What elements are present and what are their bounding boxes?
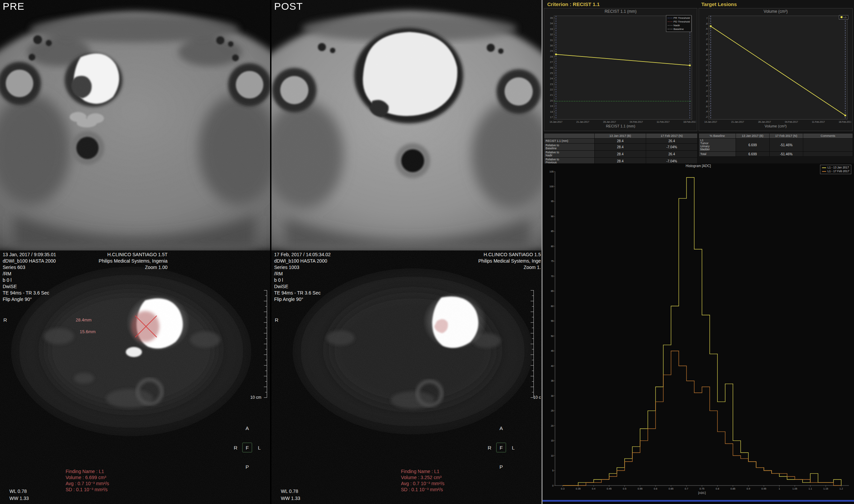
- svg-text:70: 70: [551, 275, 554, 278]
- svg-text:.8: .8: [705, 74, 708, 77]
- svg-text:04-Feb-2017: 04-Feb-2017: [785, 121, 798, 123]
- followup-value: -7.04%: [646, 158, 698, 164]
- finding-annotation[interactable]: Finding Name : L1 Volume : 6.699 cm³ Avg…: [66, 468, 109, 492]
- post-t2-viewport[interactable]: POST: [271, 0, 541, 251]
- baseline-value: 28.4: [595, 144, 646, 151]
- svg-text:24: 24: [550, 77, 553, 80]
- compass-left: L: [258, 445, 261, 451]
- followup-value: 26.4: [646, 151, 698, 158]
- histogram-title: Histogram [ADC]: [542, 164, 854, 168]
- svg-text:.2: .2: [705, 89, 708, 92]
- svg-text:35: 35: [550, 17, 553, 19]
- header-cell: Comments: [803, 133, 853, 139]
- svg-text:31: 31: [550, 39, 553, 42]
- svg-text:14-Jan-2017: 14-Jan-2017: [704, 121, 717, 123]
- bvalue-label: b 0 l: [3, 277, 56, 284]
- measurement-label-short[interactable]: 15.6mm: [80, 329, 95, 334]
- svg-text:1.05: 1.05: [793, 487, 798, 490]
- svg-text:0.8: 0.8: [716, 487, 719, 490]
- finding-name: Finding Name : L1: [66, 468, 109, 474]
- institution-name: H.CLINICO SANTIAGO 1.5T: [99, 252, 167, 258]
- svg-text:32: 32: [550, 33, 553, 36]
- row-label: Relative to Previous: [544, 158, 595, 164]
- followup-value: -51.46%: [769, 139, 803, 151]
- svg-text:1.2: 1.2: [839, 487, 843, 490]
- measurement-label-long[interactable]: 28.4mm: [76, 318, 91, 322]
- window-width-label: WW 1.33: [10, 496, 29, 501]
- baseline-value: 6.699: [736, 151, 769, 157]
- series-number: Series 1003: [274, 264, 331, 271]
- post-label: POST: [274, 1, 303, 12]
- scanner-name: Philips Medical Systems, Inge: [478, 258, 541, 264]
- compass-anterior: A: [246, 425, 249, 431]
- criterion-title: Criterion : RECIST 1.1: [547, 1, 600, 7]
- table-row[interactable]: Total 6.699 -51.46%: [699, 151, 853, 157]
- series-info-block: 17 Feb, 2017 / 14:05:34.02 dDWI_b100 HAS…: [274, 252, 331, 303]
- comments-cell[interactable]: [803, 151, 853, 157]
- comments-cell[interactable]: [803, 139, 853, 151]
- dwi-pre-viewport[interactable]: 13 Jan, 2017 / 9:09:35.01 dDWI_b100 HAST…: [0, 251, 270, 504]
- target-lesions-table: % Baseline 13 Jan 2017 (B) 17 Feb 2017 (…: [699, 133, 853, 157]
- finding-annotation[interactable]: Finding Name : L1 Volume : 3.252 cm³ Avg…: [401, 468, 444, 492]
- svg-text:28-Jan-2017: 28-Jan-2017: [758, 121, 771, 123]
- svg-text:0: 0: [552, 484, 554, 487]
- svg-text:18-Feb-2017: 18-Feb-2017: [839, 121, 851, 123]
- finding-avg-adc: Avg : 0.7 10⁻³ mm²/s: [401, 481, 444, 487]
- compass-left: L: [512, 445, 515, 451]
- feb-series-swatch: [822, 171, 826, 172]
- baseline-value: 28.4: [595, 151, 646, 158]
- table-row[interactable]: RECIST 1.1 (mm) 28.4 26.4: [544, 139, 698, 144]
- legend-label: L1: [843, 16, 847, 19]
- compass-posterior: P: [499, 464, 503, 470]
- svg-text:28: 28: [550, 55, 553, 58]
- svg-text:15: 15: [551, 439, 554, 442]
- table-row[interactable]: L1 Tumor Urinary bladder 6.699 -51.46%: [699, 139, 853, 151]
- svg-text:35: 35: [551, 379, 554, 382]
- svg-text:0.95: 0.95: [762, 487, 767, 490]
- svg-text:.4: .4: [705, 84, 708, 87]
- legend-label: L1 - 13 Jan 2017: [828, 166, 849, 169]
- post-mri-image: [271, 0, 541, 251]
- baseline-value: 28.4: [595, 139, 646, 144]
- table-row[interactable]: Relative to Nadir 28.4 26.4: [544, 151, 698, 158]
- recist-analysis-panel: Criterion : RECIST 1.1 Target Lesions RE…: [542, 0, 854, 163]
- pre-t2-viewport[interactable]: PRE: [0, 0, 270, 251]
- svg-text:.6: .6: [705, 105, 708, 108]
- bvalue-label: b 0 l: [274, 277, 331, 284]
- svg-text:.4: .4: [705, 110, 708, 113]
- svg-text:17: 17: [550, 116, 553, 119]
- svg-text:1: 1: [779, 487, 780, 490]
- table-row[interactable]: Relative to Previous 28.4 -7.04%: [544, 158, 698, 164]
- svg-text:25: 25: [550, 72, 553, 75]
- volume-plot: 7.8.6.4.26.8.6.4.25.8.6.4.24.8.6.4.214-J…: [700, 14, 851, 125]
- svg-text:30: 30: [551, 394, 554, 397]
- svg-text:100: 100: [549, 185, 554, 188]
- svg-text:0.75: 0.75: [700, 487, 705, 490]
- recist-chart[interactable]: RECIST 1.1 (mm) 171819202122232425262728…: [544, 8, 697, 131]
- pre-label: PRE: [3, 1, 24, 12]
- svg-text:.2: .2: [705, 115, 708, 118]
- svg-text:28-Jan-2017: 28-Jan-2017: [603, 121, 616, 123]
- volume-chart[interactable]: Volume (cm³) 7.8.6.4.26.8.6.4.25.8.6.4.2…: [699, 8, 853, 131]
- adc-histogram-panel[interactable]: Histogram [ADC] L1 - 13 Jan 2017 L1 - 17…: [542, 163, 854, 504]
- svg-text:19: 19: [550, 105, 553, 108]
- horizontal-scrollbar[interactable]: [542, 500, 854, 502]
- svg-text:50: 50: [551, 335, 554, 338]
- table-header-row: 13 Jan 2017 (B) 17 Feb 2017 (N): [544, 133, 698, 139]
- legend-label: L1 - 17 Feb 2017: [828, 169, 849, 173]
- header-cell: 13 Jan 2017 (B): [595, 133, 646, 139]
- nadir-swatch: [668, 25, 672, 25]
- svg-text:5: 5: [706, 69, 708, 72]
- recist-xlabel: RECIST 1.1 (mm): [544, 124, 697, 128]
- svg-text:0.4: 0.4: [592, 487, 595, 490]
- followup-value: 26.4: [646, 139, 698, 144]
- svg-text:23: 23: [550, 83, 553, 86]
- svg-text:0.85: 0.85: [731, 487, 735, 490]
- volume-legend: L1: [839, 15, 848, 19]
- institution-block: H.CLINICO SANTIAGO 1.5T Philips Medical …: [99, 252, 167, 271]
- svg-text:0.7: 0.7: [685, 487, 688, 490]
- jan-series-swatch: [822, 167, 826, 168]
- table-row[interactable]: Relative to Baseline 28.4 -7.04%: [544, 144, 698, 151]
- dwi-post-viewport[interactable]: 17 Feb, 2017 / 14:05:34.02 dDWI_b100 HAS…: [271, 251, 541, 504]
- series-number: Series 603: [3, 264, 56, 271]
